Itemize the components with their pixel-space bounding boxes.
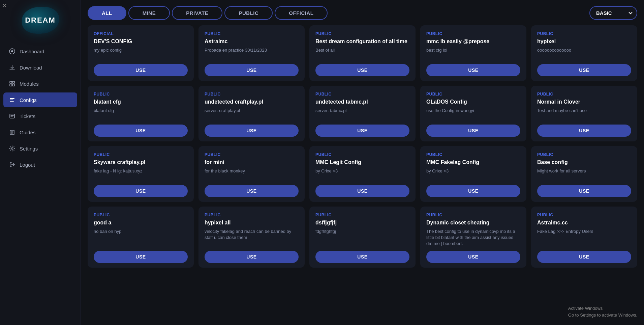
card-title: Dynamic closet cheating <box>426 219 520 226</box>
config-card: OFFICIALDEV'S CONFIGmy epic configUSE <box>88 25 194 81</box>
sidebar-item-modules[interactable]: Modules <box>3 76 77 91</box>
dashboard-icon <box>9 48 16 55</box>
card-title: Best dream configuration of all time <box>315 38 409 45</box>
use-button[interactable]: USE <box>426 251 520 263</box>
card-type: PUBLIC <box>315 31 409 36</box>
sidebar-item-download[interactable]: Download <box>3 60 77 75</box>
use-button[interactable]: USE <box>426 64 520 76</box>
sidebar-item-logout[interactable]: Logout <box>3 157 77 172</box>
svg-rect-8 <box>10 101 14 102</box>
config-card: PUBLICundetected craftplay.plserver: cra… <box>198 86 305 141</box>
config-card: PUBLICGLaDOS Configuse the Config in wan… <box>420 86 526 141</box>
card-type: PUBLIC <box>537 31 631 36</box>
config-card: PUBLICblatant cfgblatant cfgUSE <box>88 86 194 141</box>
card-title: MMC Legit Config <box>315 159 409 166</box>
card-desc: oooooooooooooo <box>537 47 631 60</box>
config-card: PUBLICAstralmc.ccFake Lag >>> Entropy Us… <box>531 207 637 268</box>
sidebar-item-label: Settings <box>20 146 38 152</box>
use-button[interactable]: USE <box>94 125 188 137</box>
basic-dropdown[interactable]: BASIC ADVANCED PRO <box>589 6 637 20</box>
card-desc: server: tabmc.pl <box>315 108 409 120</box>
card-type: PUBLIC <box>205 152 299 157</box>
use-button[interactable]: USE <box>205 125 299 137</box>
tickets-icon <box>9 113 16 119</box>
tab-all[interactable]: ALL <box>88 6 126 20</box>
config-card: PUBLICmmc lb easily @preposebest cfg lol… <box>420 25 526 81</box>
tab-mine[interactable]: MINE <box>128 6 170 20</box>
card-title: Normal in Clover <box>537 99 631 106</box>
tab-official[interactable]: OFFICIAL <box>275 6 328 20</box>
use-button[interactable]: USE <box>94 185 188 197</box>
use-button[interactable]: USE <box>94 251 188 263</box>
sidebar-item-guides[interactable]: Guides <box>3 125 77 140</box>
sidebar-item-label: Guides <box>20 130 36 135</box>
config-card: PUBLICgood ano ban on hypUSE <box>88 207 194 268</box>
card-desc: my epic config <box>94 47 188 60</box>
card-type: PUBLIC <box>537 152 631 157</box>
use-button[interactable]: USE <box>537 251 631 263</box>
card-title: dsffjgfjfj <box>315 219 409 226</box>
card-desc: no ban on hyp <box>94 228 188 247</box>
sidebar-item-settings[interactable]: Settings <box>3 141 77 156</box>
sidebar: DREAM Dashboard Download <box>0 0 81 325</box>
card-title: Base config <box>537 159 631 166</box>
config-card: PUBLIChypixelooooooooooooooUSE <box>531 25 637 81</box>
svg-rect-2 <box>10 81 12 83</box>
use-button[interactable]: USE <box>426 125 520 137</box>
card-type: OFFICIAL <box>94 31 188 36</box>
use-button[interactable]: USE <box>315 251 409 263</box>
config-card: PUBLICMMC Legit Configby Crixe <3USE <box>309 146 416 202</box>
card-type: PUBLIC <box>537 92 631 97</box>
use-button[interactable]: USE <box>537 185 631 197</box>
card-desc: fake lag - N ig: kajtus.xyz <box>94 168 188 181</box>
close-button[interactable]: ✕ <box>2 2 7 9</box>
card-title: Skywars craftplay.pl <box>94 159 188 166</box>
card-title: hypixel <box>537 38 631 45</box>
modules-icon <box>9 80 16 87</box>
use-button[interactable]: USE <box>537 125 631 137</box>
sidebar-item-tickets[interactable]: Tickets <box>3 109 77 124</box>
card-title: undetected tabmc.pl <box>315 99 409 106</box>
use-button[interactable]: USE <box>315 125 409 137</box>
svg-point-10 <box>11 148 13 150</box>
main-content: ALL MINE PRIVATE PUBLIC OFFICIAL BASIC A… <box>81 0 644 325</box>
card-desc: best cfg lol <box>426 47 520 60</box>
svg-point-1 <box>11 50 13 52</box>
cards-grid: OFFICIALDEV'S CONFIGmy epic configUSEPUB… <box>81 25 644 325</box>
card-title: blatant cfg <box>94 99 188 106</box>
card-type: PUBLIC <box>426 213 520 217</box>
logo-container: DREAM <box>22 7 59 34</box>
card-desc: by Crixe <3 <box>315 168 409 181</box>
card-desc: velocity fakelag and reach can be banned… <box>205 228 299 247</box>
config-card: PUBLICundetected tabmc.plserver: tabmc.p… <box>309 86 416 141</box>
card-type: PUBLIC <box>94 152 188 157</box>
card-type: PUBLIC <box>94 92 188 97</box>
use-button[interactable]: USE <box>315 64 409 76</box>
card-title: hypixel all <box>205 219 299 226</box>
sidebar-item-label: Tickets <box>20 113 35 119</box>
use-button[interactable]: USE <box>94 64 188 76</box>
use-button[interactable]: USE <box>205 185 299 197</box>
card-desc: fdgfhfghfgj <box>315 228 409 247</box>
sidebar-item-configs[interactable]: Configs <box>3 92 77 107</box>
card-desc: for the black monkey <box>205 168 299 181</box>
tab-public[interactable]: PUBLIC <box>224 6 273 20</box>
config-card: PUBLIChypixel allvelocity fakelag and re… <box>198 207 305 268</box>
card-type: PUBLIC <box>426 152 520 157</box>
use-button[interactable]: USE <box>205 64 299 76</box>
use-button[interactable]: USE <box>426 185 520 197</box>
card-title: Astralmc.cc <box>537 219 631 226</box>
sidebar-item-dashboard[interactable]: Dashboard <box>3 44 77 59</box>
sidebar-item-label: Logout <box>20 162 35 168</box>
tab-private[interactable]: PRIVATE <box>172 6 222 20</box>
card-title: mmc lb easily @prepose <box>426 38 520 45</box>
use-button[interactable]: USE <box>537 64 631 76</box>
config-card: PUBLICdsffjgfjfjfdgfhfghfgjUSE <box>309 207 416 268</box>
use-button[interactable]: USE <box>315 185 409 197</box>
config-card: PUBLICDynamic closet cheatingThe best co… <box>420 207 526 268</box>
card-title: DEV'S CONFIG <box>94 38 188 45</box>
configs-icon <box>9 97 16 103</box>
card-desc: Test and maybe can't use <box>537 108 631 120</box>
use-button[interactable]: USE <box>205 251 299 263</box>
sidebar-item-label: Download <box>20 65 42 71</box>
